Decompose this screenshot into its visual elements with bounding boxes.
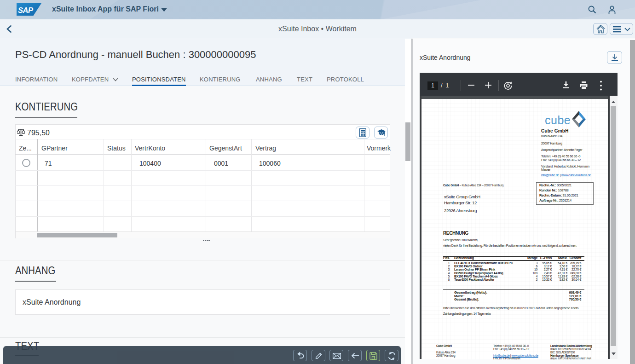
svg-text:SAP: SAP: [18, 6, 34, 14]
